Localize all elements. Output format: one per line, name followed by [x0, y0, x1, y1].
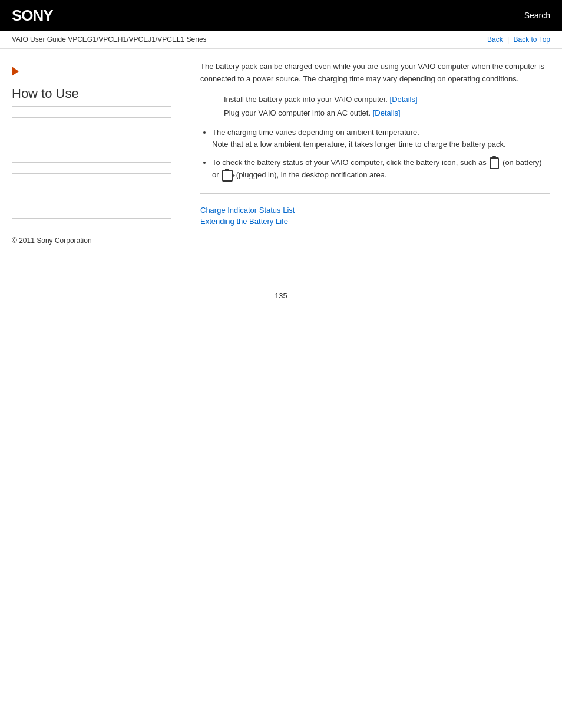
back-to-top-link[interactable]: Back to Top [514, 35, 550, 44]
sidebar-divider-7 [12, 185, 171, 185]
battery-plugged-in-icon [222, 170, 233, 182]
sidebar-divider-9 [12, 207, 171, 207]
sidebar-divider-10 [12, 218, 171, 219]
intro-paragraph: The battery pack can be charged even whi… [200, 61, 550, 85]
sidebar-divider-6 [12, 173, 171, 174]
back-link[interactable]: Back [487, 35, 503, 44]
bullet-item-1: The charging time varies depending on am… [212, 127, 550, 151]
sidebar: How to Use © 2011 Sony Corporation [12, 61, 189, 250]
search-button[interactable]: Search [524, 11, 550, 20]
content-links: Charge Indicator Status List Extending t… [200, 206, 550, 226]
chevron-right-icon [12, 67, 19, 76]
breadcrumb: VAIO User Guide VPCEG1/VPCEH1/VPCEJ1/VPC… [12, 35, 207, 44]
sidebar-divider-4 [12, 151, 171, 151]
header: SONY Search [0, 0, 562, 31]
sidebar-title: How to Use [12, 86, 171, 107]
sidebar-divider-2 [12, 129, 171, 129]
bullet-2-pre: To check the battery status of your VAIO… [212, 158, 487, 167]
bullet-2-post: (plugged in), in the desktop notificatio… [236, 170, 387, 179]
content-divider-2 [200, 238, 550, 238]
extending-battery-link[interactable]: Extending the Battery Life [200, 217, 550, 226]
sony-logo: SONY [12, 6, 53, 25]
page-number: 135 [275, 291, 287, 300]
step-1-details-link[interactable]: [Details] [390, 95, 418, 104]
bullet-list: The charging time varies depending on am… [212, 127, 550, 182]
sidebar-divider-3 [12, 140, 171, 140]
step-1: Install the battery pack into your VAIO … [224, 95, 550, 104]
sidebar-divider-1 [12, 117, 171, 118]
page-footer: 135 [0, 279, 562, 312]
sidebar-divider-5 [12, 162, 171, 163]
step-2-text: Plug your VAIO computer into an AC outle… [224, 108, 371, 117]
content-divider-1 [200, 193, 550, 194]
content-area: The battery pack can be charged even whi… [189, 61, 550, 250]
copyright-text: © 2011 Sony Corporation [12, 236, 171, 245]
bullet-1-text: The charging time varies depending on am… [212, 128, 506, 149]
step-2-details-link[interactable]: [Details] [373, 108, 401, 117]
charge-indicator-link[interactable]: Charge Indicator Status List [200, 206, 550, 215]
sidebar-divider-8 [12, 196, 171, 196]
nav-separator: | [507, 35, 511, 44]
battery-on-battery-icon [490, 157, 499, 169]
bullet-item-2: To check the battery status of your VAIO… [212, 157, 550, 182]
step-1-text: Install the battery pack into your VAIO … [224, 95, 388, 104]
nav-bar: VAIO User Guide VPCEG1/VPCEH1/VPCEJ1/VPC… [0, 31, 562, 49]
main-container: How to Use © 2011 Sony Corporation The b… [0, 49, 562, 262]
nav-links: Back | Back to Top [487, 35, 550, 44]
step-2: Plug your VAIO computer into an AC outle… [224, 108, 550, 117]
